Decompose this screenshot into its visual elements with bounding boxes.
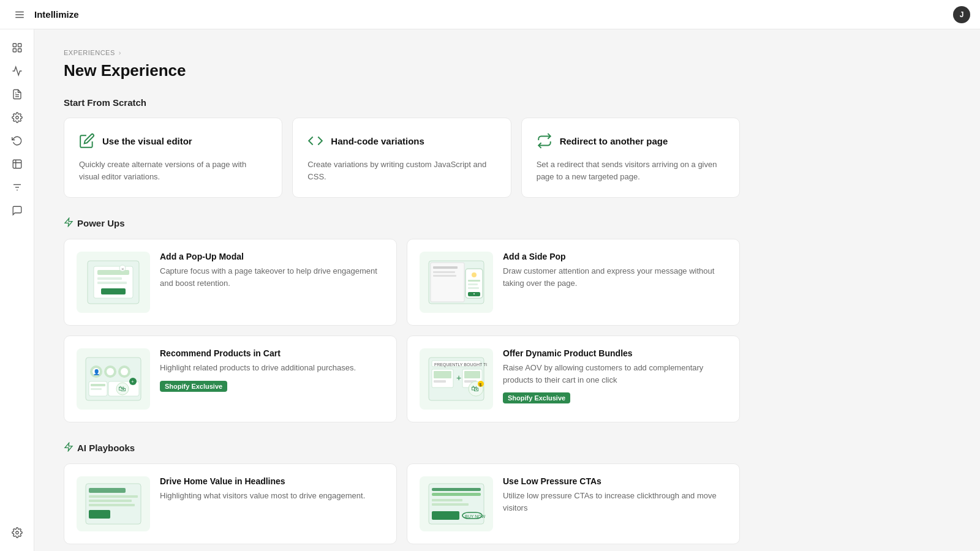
playbooks-icon [64,442,74,454]
recommend-products-card[interactable]: 👤 🛍 + [64,335,397,422]
history-icon [12,135,23,146]
powerup-cards-grid: × Add a Pop-Up Modal Capture focus with … [64,239,740,422]
recommend-products-image: 👤 🛍 + [77,348,150,410]
sidebar-item-gear[interactable] [6,522,28,544]
svg-rect-27 [433,275,456,277]
header-logo-text: Intellimize [34,9,79,20]
svg-text:+: + [131,379,134,384]
feedback-icon [12,205,23,216]
svg-rect-69 [89,500,132,502]
breadcrumb: EXPERIENCES › [64,49,740,56]
svg-point-41 [121,368,128,375]
svg-point-29 [472,272,477,277]
headlines-desc: Highlighting what visitors value most to… [160,490,384,502]
popup-modal-title: Add a Pop-Up Modal [160,252,384,261]
sidebar-item-feedback[interactable] [6,200,28,222]
gear-icon [12,527,23,538]
svg-rect-55 [434,380,446,383]
sidebar-item-analytics[interactable] [6,60,28,82]
sidebar [0,29,34,551]
dashboard-icon [12,42,23,53]
redirect-card[interactable]: Redirect to another page Set a redirect … [521,118,740,198]
svg-rect-20 [101,288,126,294]
svg-text:+: + [456,373,461,383]
visual-editor-card-title: Use the visual editor [102,136,192,146]
start-from-scratch-heading: Start From Scratch [64,97,740,108]
power-ups-heading: Power Ups [64,217,740,229]
svg-rect-74 [432,493,481,496]
experiments-icon [12,159,23,170]
svg-rect-73 [432,488,481,491]
svg-rect-4 [18,43,21,47]
svg-text:🛍: 🛍 [118,384,126,393]
svg-point-13 [15,531,18,534]
hand-code-card[interactable]: Hand-code variations Create variations b… [292,118,511,198]
svg-rect-31 [468,283,478,285]
analytics-icon [12,66,23,77]
low-pressure-card[interactable]: BUY NOW Use Low Pressure CTAs Utilize lo… [407,463,740,544]
svg-point-9 [15,116,18,119]
svg-rect-6 [18,49,21,52]
dynamic-bundles-title: Offer Dynamic Product Bundles [503,348,727,358]
page-title: New Experience [64,61,740,80]
headlines-card[interactable]: Drive Home Value in Headlines Highlighti… [64,463,397,544]
recommend-products-desc: Highlight related products to drive addi… [160,362,384,374]
popup-modal-card[interactable]: × Add a Pop-Up Modal Capture focus with … [64,239,397,326]
svg-rect-19 [97,282,127,284]
start-from-scratch-section: Start From Scratch Use the visual editor [64,97,740,198]
sidebar-item-settings[interactable] [6,107,28,129]
side-pop-content: Add a Side Pop Draw customer attention a… [503,252,727,289]
dynamic-bundles-desc: Raise AOV by allowing customers to add c… [503,362,727,386]
svg-text:$: $ [479,382,482,388]
side-pop-card[interactable]: Add a Side Pop Draw customer attention a… [407,239,740,326]
svg-rect-70 [89,504,135,506]
dynamic-bundles-card[interactable]: FREQUENTLY BOUGHT TOGETHER + 🛍 [407,335,740,422]
svg-text:BUY NOW: BUY NOW [465,514,486,519]
svg-rect-67 [89,488,126,493]
sidebar-item-experiments[interactable] [6,153,28,175]
svg-rect-18 [97,277,122,280]
powerup-icon [64,217,74,229]
filters-icon [12,182,23,193]
main-wrapper: EXPERIENCES › New Experience Start From … [34,29,980,551]
redirect-card-desc: Set a redirect that sends visitors arriv… [537,159,725,182]
headlines-title: Drive Home Value in Headlines [160,476,384,486]
ai-playbooks-heading: AI Playbooks [64,442,740,454]
sidebar-item-history[interactable] [6,130,28,152]
visual-editor-card[interactable]: Use the visual editor Quickly create alt… [64,118,282,198]
side-pop-title: Add a Side Pop [503,252,727,261]
headlines-image [77,476,150,531]
visual-editor-card-desc: Quickly create alternate versions of a p… [79,159,267,182]
breadcrumb-chevron: › [119,49,121,56]
headlines-content: Drive Home Value in Headlines Highlighti… [160,476,384,502]
playbook-cards-grid: Drive Home Value in Headlines Highlighti… [64,463,740,544]
scratch-cards-grid: Use the visual editor Quickly create alt… [64,118,740,198]
dynamic-bundles-content: Offer Dynamic Product Bundles Raise AOV … [503,348,727,403]
breadcrumb-parent[interactable]: EXPERIENCES [64,49,115,56]
sidebar-item-filters[interactable] [6,176,28,198]
svg-rect-68 [89,495,138,498]
hamburger-button[interactable] [10,5,29,24]
reports-icon [12,89,23,100]
sidebar-item-dashboard[interactable] [6,37,28,59]
svg-marker-14 [65,218,72,226]
low-pressure-image: BUY NOW [420,476,493,531]
svg-rect-75 [432,499,462,501]
svg-rect-54 [434,371,451,378]
avatar[interactable]: J [953,6,970,23]
svg-rect-44 [91,388,102,390]
power-ups-section: Power Ups × [64,217,740,422]
svg-rect-59 [464,371,480,378]
low-pressure-desc: Utilize low pressure CTAs to increase cl… [503,490,727,514]
dynamic-bundles-badge: Shopify Exclusive [503,392,570,403]
svg-rect-25 [433,266,458,269]
svg-rect-71 [89,510,110,519]
svg-rect-43 [91,384,105,386]
sidebar-item-reports[interactable] [6,83,28,105]
settings-icon [12,112,23,123]
low-pressure-content: Use Low Pressure CTAs Utilize low pressu… [503,476,727,514]
popup-modal-image: × [77,252,150,313]
popup-modal-desc: Capture focus with a page takeover to he… [160,265,384,289]
side-pop-desc: Draw customer attention and express your… [503,265,727,289]
edit-icon [79,133,95,149]
